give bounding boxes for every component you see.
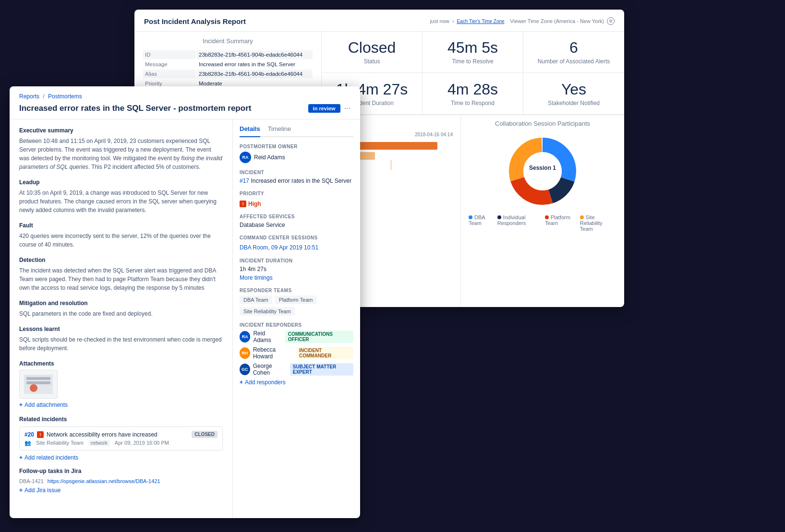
followup-heading: Follow-up tasks in Jira xyxy=(19,468,223,474)
add-related-incidents-link[interactable]: Add related incidents xyxy=(19,454,223,461)
jira-task-row: DBA-1421 https://opsgenie.atlassian.net/… xyxy=(19,478,223,484)
incident-ref[interactable]: #17 xyxy=(240,177,249,184)
add-attachments-link[interactable]: Add attachments xyxy=(19,402,223,408)
back-card-header: Post Incident Analysis Report just now ›… xyxy=(134,10,624,32)
timezone-value: Viewer Time Zone (America - New York) xyxy=(510,18,604,24)
priority-label: PRIORITY xyxy=(240,191,353,196)
stat-value: Yes xyxy=(561,81,586,98)
svg-point-7 xyxy=(30,384,37,392)
stat-cell: ClosedStatus xyxy=(322,32,423,73)
related-tag: network xyxy=(88,440,110,446)
stat-label: Time to Resolve xyxy=(452,58,493,65)
responder-row: RH Rebecca Howard INCIDENT COMMANDER xyxy=(240,346,353,360)
incident-label: INCIDENT xyxy=(240,170,353,175)
stat-label: Status xyxy=(363,58,380,65)
timeline-label: 2018-04-16 04:14 xyxy=(415,132,453,137)
related-incident-number: #20 xyxy=(24,431,34,438)
legend-dot xyxy=(580,215,584,219)
related-incidents-section: Related incidents #20 ! Network accessib… xyxy=(19,416,223,461)
teams-row: DBA TeamPlatform TeamSite Reliability Te… xyxy=(240,296,353,316)
stat-label: Time to Respond xyxy=(451,100,495,106)
owner-avatar: RA xyxy=(240,152,251,163)
affected-services-label: AFFECTED SERVICES xyxy=(240,214,353,219)
responder-avatar: GC xyxy=(240,364,250,375)
more-options-icon[interactable]: ··· xyxy=(344,104,350,113)
responder-role-tag: INCIDENT COMMANDER xyxy=(296,347,353,359)
responder-teams-group: RESPONDER TEAMS DBA TeamPlatform TeamSit… xyxy=(240,288,353,316)
responders-list: RA Reid Adams COMMUNICATIONS OFFICER RH … xyxy=(240,330,353,376)
related-incident-item: #20 ! Network accessibility errors have … xyxy=(19,426,223,450)
lessons-text: SQL scripts should be re-checked in the … xyxy=(19,335,223,353)
timestamp: just now xyxy=(430,18,449,24)
incident-group: INCIDENT #17 Increased error rates in th… xyxy=(240,170,353,184)
breadcrumb-separator: / xyxy=(43,93,44,100)
postmortem-owner-group: POSTMORTEM OWNER RA Reid Adams xyxy=(240,144,353,163)
legend-item: DBA Team xyxy=(469,214,490,232)
incident-duration-label: INCIDENT DURATION xyxy=(240,258,353,263)
front-card: Reports / Postmortems Increased error ra… xyxy=(10,86,360,518)
fault-heading: Fault xyxy=(19,222,223,229)
incident-value: #17 Increased error rates in the SQL Ser… xyxy=(240,177,353,184)
lessons-heading: Lessons learnt xyxy=(19,326,223,332)
donut-chart: Session 1 xyxy=(504,133,581,210)
status-badge[interactable]: in review xyxy=(308,104,340,113)
related-incident-status: CLOSED xyxy=(192,431,217,438)
exec-summary-text: Between 10:48 and 11:15 on April 9, 2019… xyxy=(19,137,223,171)
postmortem-owner-label: POSTMORTEM OWNER xyxy=(240,144,353,149)
legend-item: Individual Responders xyxy=(497,214,537,232)
responder-avatar: RA xyxy=(240,331,250,343)
detection-heading: Detection xyxy=(19,257,223,263)
right-details-panel: Details Timeline POSTMORTEM OWNER RA Rei… xyxy=(233,119,360,518)
svg-rect-6 xyxy=(26,381,50,384)
responder-name: Rebecca Howard xyxy=(253,346,293,360)
front-card-title: Increased error rates in the SQL Server … xyxy=(19,104,308,113)
collab-title: Collaboration Session Participants xyxy=(495,120,590,127)
add-responders-link[interactable]: Add responders xyxy=(240,379,353,386)
priority-high-icon: ! xyxy=(240,201,246,207)
attachments-heading: Attachments xyxy=(19,360,223,367)
jira-link[interactable]: https://opsgenie.atlassian.net/browse/DB… xyxy=(48,478,160,484)
responder-name: George Cohen xyxy=(253,363,287,376)
stats-grid: ClosedStatus45m 5sTime to Resolve6Number… xyxy=(322,32,624,115)
responder-row: RA Reid Adams COMMUNICATIONS OFFICER xyxy=(240,330,353,343)
team-chip: DBA Team xyxy=(240,296,272,304)
exec-summary-heading: Executive summary xyxy=(19,127,223,134)
back-card-title: Post Incident Analysis Report xyxy=(144,17,246,25)
more-timings-link[interactable]: More timings xyxy=(240,274,353,281)
incident-duration-value: 1h 4m 27s xyxy=(240,266,353,272)
tab-details[interactable]: Details xyxy=(240,125,260,137)
add-jira-link[interactable]: Add Jira issue xyxy=(19,487,223,494)
stat-cell: 6Number of Associated Alerts xyxy=(523,32,624,73)
related-team: Site Reliability Team xyxy=(36,440,84,446)
summary-label: Alias xyxy=(143,70,196,78)
owner-name: Reid Adams xyxy=(254,154,285,161)
stat-cell: YesStakeholder Notified xyxy=(523,73,624,114)
breadcrumb: Reports / Postmortems xyxy=(10,86,360,100)
donut-center-label: Session 1 xyxy=(529,165,556,171)
team-chip: Platform Team xyxy=(275,296,317,304)
mitigation-text: SQL parameters in the code are fixed and… xyxy=(19,309,223,318)
collaboration-panel: Collaboration Session Participants Sessi… xyxy=(461,115,624,307)
fault-text: 420 queries were incorrectly sent to the… xyxy=(19,232,223,249)
responder-name: Reid Adams xyxy=(253,330,282,343)
leadup-text: At 10:35 on April 9, 2019, a change was … xyxy=(19,189,223,214)
legend-dot xyxy=(545,215,549,219)
attachment-thumbnail xyxy=(19,370,58,399)
summary-label: ID xyxy=(143,50,196,59)
incident-responders-label: INCIDENT RESPONDERS xyxy=(240,322,353,328)
left-content-panel: Executive summary Between 10:48 and 11:1… xyxy=(10,119,233,518)
tab-timeline[interactable]: Timeline xyxy=(268,125,291,136)
front-card-body: Executive summary Between 10:48 and 11:1… xyxy=(10,119,360,518)
settings-icon[interactable]: ⚙ xyxy=(607,17,615,25)
timezone-arrow: › xyxy=(452,18,454,24)
summary-value: 23b8283e-21fb-4561-904b-edadc6e46044 xyxy=(197,70,313,78)
command-center-label: COMMAND CENTER SESSIONS xyxy=(240,235,353,240)
responder-role-tag: COMMUNICATIONS OFFICER xyxy=(285,331,353,343)
affected-services-value: Database Service xyxy=(240,222,353,228)
breadcrumb-postmortems[interactable]: Postmortems xyxy=(48,93,82,100)
command-center-link[interactable]: DBA Room, 09 Apr 2019 10:51 xyxy=(240,244,318,251)
tabs-row: Details Timeline xyxy=(240,125,353,137)
summary-value: 23b8283e-21fb-4561-904b-edadc6e46044 xyxy=(197,50,313,59)
breadcrumb-reports[interactable]: Reports xyxy=(19,93,39,100)
incident-responders-group: INCIDENT RESPONDERS RA Reid Adams COMMUN… xyxy=(240,322,353,386)
